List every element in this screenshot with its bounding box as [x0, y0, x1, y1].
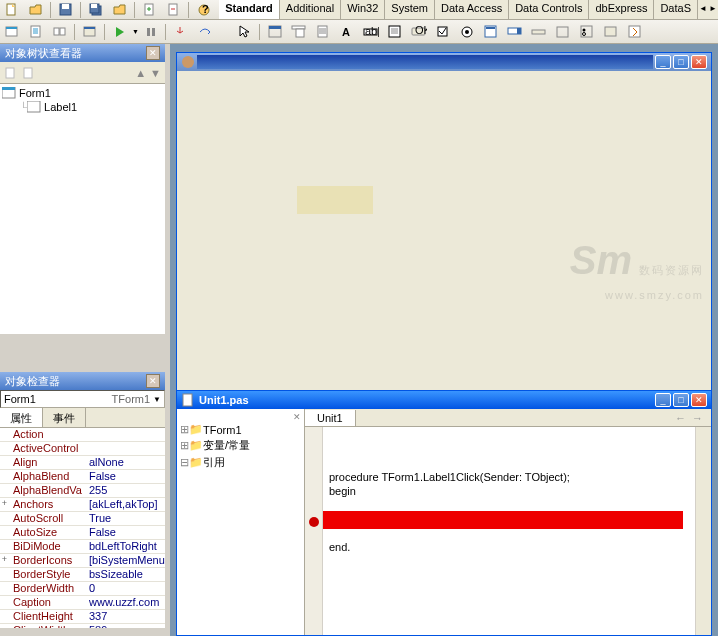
- label-icon[interactable]: A: [335, 21, 359, 43]
- design-surface[interactable]: [177, 71, 711, 391]
- tab-events[interactable]: 事件: [43, 408, 86, 427]
- pause-icon[interactable]: [140, 23, 162, 41]
- code-close-button[interactable]: ✕: [691, 393, 707, 407]
- minimize-button[interactable]: _: [655, 55, 671, 69]
- view-unit-icon[interactable]: [25, 23, 47, 41]
- property-row[interactable]: +BorderIcons[biSystemMenu: [0, 554, 165, 568]
- button-icon[interactable]: OK: [407, 21, 431, 43]
- code-editor[interactable]: procedure TForm1.Label1Click(Sender: TOb…: [305, 427, 711, 635]
- maximize-button[interactable]: □: [673, 55, 689, 69]
- property-row[interactable]: ClientHeight337: [0, 610, 165, 624]
- remove-file-icon[interactable]: [163, 1, 185, 19]
- mainmenu-icon[interactable]: [287, 21, 311, 43]
- pointer-icon[interactable]: [233, 21, 257, 43]
- code-maximize-button[interactable]: □: [673, 393, 689, 407]
- actionlist-icon[interactable]: [623, 21, 647, 43]
- radiobutton-icon[interactable]: [455, 21, 479, 43]
- tab-system[interactable]: System: [385, 0, 435, 19]
- property-row[interactable]: BorderStylebsSizeable: [0, 568, 165, 582]
- tab-data-controls[interactable]: Data Controls: [509, 0, 589, 19]
- scrollbar-icon[interactable]: [527, 21, 551, 43]
- tree-delete-icon[interactable]: [22, 66, 36, 80]
- code-tree-close-icon[interactable]: ✕: [180, 412, 301, 422]
- property-row[interactable]: Captionwww.uzzf.com: [0, 596, 165, 610]
- tab-scroll-left-icon[interactable]: ◄: [698, 0, 708, 16]
- close-button[interactable]: ✕: [691, 55, 707, 69]
- view-form-icon[interactable]: [1, 23, 23, 41]
- property-row[interactable]: AutoSizeFalse: [0, 526, 165, 540]
- code-tree-node[interactable]: ⊟ 📁 引用: [180, 454, 301, 471]
- tab-scroll-right-icon[interactable]: ►: [708, 0, 718, 16]
- groupbox-icon[interactable]: [551, 21, 575, 43]
- designer-title-bar[interactable]: _ □ ✕: [177, 53, 711, 71]
- frames-icon[interactable]: [263, 21, 287, 43]
- code-title-bar[interactable]: Unit1.pas _ □ ✕: [177, 391, 711, 409]
- memo-icon[interactable]: [383, 21, 407, 43]
- new-icon[interactable]: [1, 1, 23, 19]
- edit-icon[interactable]: ab|: [359, 21, 383, 43]
- svg-text:OK: OK: [415, 24, 427, 36]
- open-icon[interactable]: [25, 1, 47, 19]
- inspector-close-icon[interactable]: ✕: [146, 374, 160, 388]
- tree-up-icon[interactable]: ▲: [135, 67, 146, 79]
- help-icon[interactable]: ?: [193, 1, 215, 19]
- nav-forward-icon[interactable]: →: [692, 412, 703, 424]
- tab-datas[interactable]: DataS: [654, 0, 698, 19]
- svg-text:A: A: [342, 26, 350, 38]
- tree-node-form[interactable]: Form1: [2, 86, 163, 100]
- tab-standard[interactable]: Standard: [219, 0, 280, 19]
- code-text-area[interactable]: procedure TForm1.Label1Click(Sender: TOb…: [323, 427, 695, 635]
- tab-data-access[interactable]: Data Access: [435, 0, 509, 19]
- second-toolbar: ▼ A ab| OK: [0, 20, 718, 44]
- code-tree-node[interactable]: ⊞ 📁 TForm1: [180, 422, 301, 437]
- folder-icon: 📁: [189, 423, 203, 436]
- step-over-icon[interactable]: [194, 23, 216, 41]
- save-icon[interactable]: [55, 1, 77, 19]
- breakpoint-icon[interactable]: [309, 517, 319, 527]
- tree-down-icon[interactable]: ▼: [150, 67, 161, 79]
- inspector-object-combo[interactable]: Form1 TForm1 ▼: [0, 390, 165, 408]
- save-all-icon[interactable]: [85, 1, 107, 19]
- checkbox-icon[interactable]: [431, 21, 455, 43]
- property-row[interactable]: AlphaBlendFalse: [0, 470, 165, 484]
- new-form-icon[interactable]: [79, 23, 101, 41]
- tree-node-label1[interactable]: └ Label1: [2, 100, 163, 114]
- property-row[interactable]: BiDiModebdLeftToRight: [0, 540, 165, 554]
- run-dropdown-icon[interactable]: ▼: [132, 28, 139, 35]
- property-row[interactable]: ClientWidth589: [0, 624, 165, 628]
- property-row[interactable]: Action: [0, 428, 165, 442]
- svg-point-49: [182, 56, 194, 68]
- nav-back-icon[interactable]: ←: [675, 412, 686, 424]
- property-row[interactable]: BorderWidth0: [0, 582, 165, 596]
- editor-gutter[interactable]: [305, 427, 323, 635]
- property-row[interactable]: AlphaBlendVa255: [0, 484, 165, 498]
- editor-scrollbar[interactable]: [695, 427, 711, 635]
- toggle-icon[interactable]: [49, 23, 71, 41]
- radiogroup-icon[interactable]: [575, 21, 599, 43]
- run-icon[interactable]: [109, 23, 131, 41]
- tree-new-icon[interactable]: [4, 66, 18, 80]
- tree-panel-close-icon[interactable]: ✕: [146, 46, 160, 60]
- open-project-icon[interactable]: [109, 1, 131, 19]
- property-row[interactable]: AutoScrollTrue: [0, 512, 165, 526]
- trace-into-icon[interactable]: [170, 23, 192, 41]
- placed-label-component[interactable]: [297, 186, 373, 214]
- add-file-icon[interactable]: [139, 1, 161, 19]
- popupmenu-icon[interactable]: [311, 21, 335, 43]
- tab-additional[interactable]: Additional: [280, 0, 341, 19]
- tree-node-label: Label1: [44, 101, 77, 113]
- tab-properties[interactable]: 属性: [0, 408, 43, 427]
- code-minimize-button[interactable]: _: [655, 393, 671, 407]
- tab-dbexpress[interactable]: dbExpress: [589, 0, 654, 19]
- code-tab-unit1[interactable]: Unit1: [305, 410, 356, 426]
- inspector-title: 对象检查器 ✕: [0, 372, 165, 390]
- combobox-icon[interactable]: [503, 21, 527, 43]
- code-tree-node[interactable]: ⊞ 📁 变量/常量: [180, 437, 301, 454]
- combo-dropdown-icon[interactable]: ▼: [153, 395, 161, 404]
- tab-win32[interactable]: Win32: [341, 0, 385, 19]
- property-row[interactable]: +Anchors[akLeft,akTop]: [0, 498, 165, 512]
- listbox-icon[interactable]: [479, 21, 503, 43]
- property-row[interactable]: ActiveControl: [0, 442, 165, 456]
- panel-icon[interactable]: [599, 21, 623, 43]
- property-row[interactable]: AlignalNone: [0, 456, 165, 470]
